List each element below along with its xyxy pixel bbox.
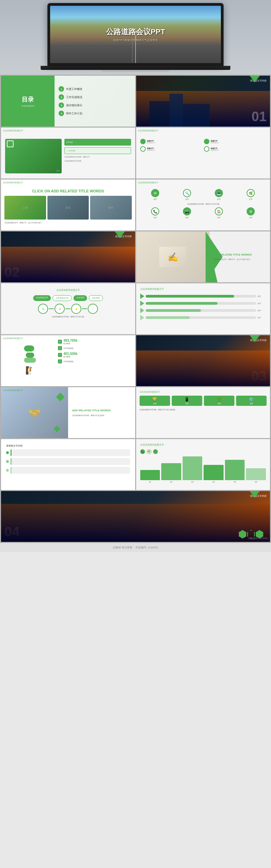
gear-icon: ⚙️ <box>237 397 265 402</box>
icon-circle-6: 📷 <box>183 207 191 215</box>
page-wrapper: 公路道路会议PPT 动态PPT/框架立型/精美大气企业宣传 目录 CONTENT… <box>0 0 271 552</box>
team-content: ADD RELATED TITLE WORDS 点击添加相关文字内容，精美大气企… <box>68 387 135 438</box>
badge-eco: 🌿 环保 <box>204 396 234 406</box>
icon-item-3: 💻 文字 <box>215 189 223 200</box>
icons-row-top: ✉ 文字 🔍 文字 💻 文字 🌿 文字 <box>140 189 267 200</box>
progress-label-3: 文字 <box>257 309 266 312</box>
toc-item-2: 2 工作完成情况 <box>59 94 131 100</box>
progress-label-2: 文字 <box>257 302 266 304</box>
hand-image: ✍️ <box>136 231 210 282</box>
scroll-line-1 <box>11 449 130 456</box>
cloud-left: 🧗 <box>4 339 55 383</box>
toc-item-1: 1 年度工作概述 <box>59 86 131 92</box>
chart-icons-row: 📞 🌿 📍 <box>140 449 266 454</box>
check-mark-3: ✓ <box>58 353 62 357</box>
icon-item-5: 📞 文字 <box>151 207 159 219</box>
bar-5 <box>225 460 245 480</box>
slide-info-4: 点击添加相关标题文字 标题文字 添加内容文字 标题文字 添加内容文字 <box>136 128 270 178</box>
icon-item-6: 📷 文字 <box>183 207 191 219</box>
bar-chart-container: Q1 Q2 Q3 Q4 Q5 <box>140 456 266 483</box>
search-pills-row: 点击添加文本 点击添加文本1 点击添加 点击添加 <box>6 295 130 301</box>
progress-bar-3 <box>146 309 256 312</box>
scroll-dot-3 <box>6 469 9 472</box>
related-body-text: 点击添加相关文字，精美大气，全心工作奋斗奋斗 <box>4 222 132 224</box>
bar-group-1: Q1 <box>140 470 160 483</box>
progress-arrow-4 <box>140 315 144 320</box>
phone-icon: 📱 <box>173 397 201 402</box>
icon-circle-1: ✉ <box>151 189 159 197</box>
scroll-line-3 <box>11 467 130 474</box>
conn-circle-2: 📝 <box>55 304 65 314</box>
progress-row-1: 文字 <box>140 294 266 299</box>
progress-fill-1 <box>146 295 234 298</box>
bar-1 <box>140 470 160 480</box>
slide-scroll-items: 请替换文字内容 <box>1 439 135 490</box>
progress-fill-2 <box>146 302 217 305</box>
icon-circle-5: 📞 <box>151 207 159 215</box>
hand-body-text: 点击添加相关文字，精美大气，全心工作奋斗奋斗 <box>213 258 267 261</box>
check-mark-4: ✓ <box>58 359 62 363</box>
slide-circle-icons: 点击添加相关标题文字 ✉ 文字 🔍 文字 💻 文字 <box>136 180 270 230</box>
icon-circle-3: 💻 <box>215 189 223 197</box>
progress-arrow-2 <box>140 301 144 306</box>
icon-item-7: 🏠 文字 <box>215 207 223 219</box>
slide-city-04: 请替换文字内容 04 作品编号: 1229351 <box>1 491 270 542</box>
toc-english-title: CONTENTS <box>21 105 35 107</box>
progress-label-1: 文字 <box>257 295 266 297</box>
slides-grid: 目录 CONTENTS 1 年度工作概述 2 工作完成情况 3 成功项目展示 4 <box>0 75 271 543</box>
badge-phone: 📱 电话 <box>172 396 202 406</box>
conn-line-1 <box>49 308 54 309</box>
cloud-shapes <box>24 345 36 363</box>
toc-item-4: 4 明年工作计划 <box>59 111 131 116</box>
related-image-1: 人物 <box>4 196 46 220</box>
slide-team-diamonds: 点击添加相关标题文字 🤝 ADD RELATED TITLE WORDS 点击添… <box>1 387 135 438</box>
icons-row-bottom: 📞 文字 📷 文字 🏠 文字 ⚙ 文字 <box>140 207 267 219</box>
check-mark-1: ✓ <box>58 340 62 344</box>
progress-row-4: 文字 <box>140 315 266 320</box>
related-image-2: 建筑 <box>47 196 89 220</box>
bar-group-6: Q6 <box>246 468 266 483</box>
trophy-badges-row: 🏆 奖项 📱 电话 🌿 环保 ⚙️ 设置 <box>140 396 267 406</box>
toc-item-3-text: 成功项目展示 <box>66 103 82 107</box>
check-item-3: ✓ 401,500k 统计数据 <box>58 352 131 358</box>
toc-item-4-text: 明年工作计划 <box>66 112 82 115</box>
icon-item-4: 🌿 文字 <box>247 189 255 200</box>
stat-value-1: 493,765k <box>63 339 78 342</box>
team-body-text: 点击添加相关文字内容，精美大气企业宣传 <box>72 414 131 417</box>
badge-gear: ⚙️ 设置 <box>236 396 267 406</box>
chart-icon-3: 📍 <box>153 449 158 454</box>
progress-bar-4 <box>146 316 256 319</box>
city-number-01: 01 <box>252 110 267 123</box>
green-triangle-04 <box>250 491 260 498</box>
work-id: 作品编号: 1229351 <box>248 537 268 540</box>
laptop-frame: 公路道路会议PPT 动态PPT/框架立型/精美大气企业宣传 <box>47 3 224 66</box>
slide-search: 点击添加相关标题文字 点击添加文本 点击添加文本1 点击添加 点击添加 🔍 📝 … <box>1 283 135 334</box>
search-pill-2: 点击添加文本1 <box>53 295 72 301</box>
green-triangle-decoration <box>250 76 260 82</box>
stat-value-2: 401,500k <box>63 352 78 356</box>
progress-bar-1 <box>146 295 256 298</box>
cloud-slide-title: 点击添加相关标题文字 <box>3 337 23 340</box>
laptop-section: 公路道路会议PPT 动态PPT/框架立型/精美大气企业宣传 <box>0 0 271 75</box>
progress-bar-2 <box>146 302 256 305</box>
watermark-section: 品素材 每日更新 作品编号: 1229351 <box>0 543 271 552</box>
green-triangle-02 <box>115 231 125 238</box>
progress-fill-4 <box>146 316 190 319</box>
check-item-4: ✓ 文字内容描述 <box>58 359 131 363</box>
toc-item-2-text: 工作完成情况 <box>66 95 82 99</box>
badge-trophy: 🏆 奖项 <box>140 396 170 406</box>
conn-circle-3: 💡 <box>71 304 81 314</box>
icon-circle-2: 🔍 <box>183 189 191 197</box>
slide-info-3: 点击添加相关标题文字 图片 文字内容 ✓ 文字内容 点击添加相关文字内容，精美大… <box>1 128 135 178</box>
hand-content: ADD RELATED TITLE WORDS 点击添加相关文字，精美大气，全心… <box>210 231 270 282</box>
conn-circle-1: 🔍 <box>38 304 48 314</box>
chart-title: 点击添加相关标题文字 <box>140 443 266 447</box>
trophy-icon: 🏆 <box>141 397 169 402</box>
slide-related-title: 点击添加相关标题文字 CLICK ON ADD RELATED TITLE WO… <box>1 180 135 230</box>
scroll-dot-2 <box>6 460 9 463</box>
bar-group-2: Q2 <box>161 463 181 483</box>
bar-6 <box>246 468 266 480</box>
laptop-base <box>41 66 230 70</box>
hand-main-title: ADD RELATED TITLE WORDS <box>213 253 267 257</box>
laptop-subtitle: 动态PPT/框架立型/精美大气企业宣传 <box>106 38 165 42</box>
